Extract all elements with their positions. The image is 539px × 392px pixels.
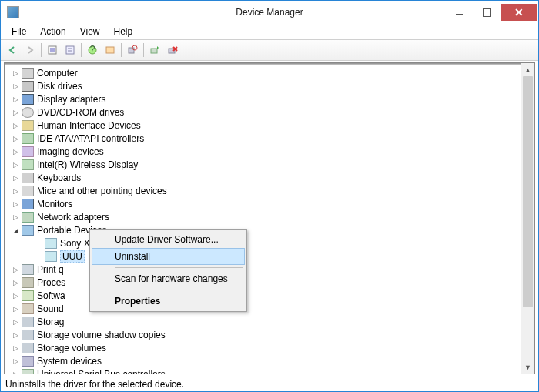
twisty-closed-icon[interactable]: ▷ [11, 121, 20, 130]
device-icon [22, 212, 34, 223]
tree-item[interactable]: ▷Universal Serial Bus controllers [5, 367, 534, 374]
twisty-closed-icon[interactable]: ▷ [11, 108, 20, 117]
tree-item[interactable]: ▷IDE ATA/ATAPI controllers [5, 132, 534, 145]
device-icon [22, 330, 34, 340]
twisty-closed-icon[interactable]: ▷ [11, 317, 20, 327]
tree-item[interactable]: ▷Display adapters [5, 92, 534, 106]
tree-item-label: IDE ATA/ATAPI controllers [37, 133, 144, 144]
context-menu-item[interactable]: Uninstall [92, 248, 245, 265]
twisty-closed-icon[interactable]: ▷ [11, 199, 20, 209]
uninstall-button[interactable] [164, 42, 181, 59]
titlebar[interactable]: Device Manager [1, 1, 538, 24]
tree-item[interactable]: ▷Network adapters [5, 210, 534, 223]
menu-help[interactable]: Help [108, 25, 139, 39]
update-driver-button[interactable] [146, 42, 163, 59]
twisty-closed-icon[interactable]: ▷ [11, 278, 20, 287]
tree-item[interactable]: ▷System devices [5, 354, 534, 367]
tree-item-label: Universal Serial Bus controllers [37, 369, 166, 375]
context-menu-item[interactable]: Update Driver Software... [92, 231, 245, 248]
scroll-thumb[interactable] [523, 76, 533, 307]
twisty-closed-icon[interactable]: ▷ [11, 160, 20, 169]
tree-item[interactable]: ▷Storage volume shadow copies [5, 328, 534, 341]
device-icon [22, 81, 34, 92]
tree-item-label: Human Interface Devices [37, 120, 141, 131]
scroll-up-arrow[interactable]: ▲ [521, 63, 534, 76]
twisty-open-icon[interactable]: ◢ [11, 226, 20, 235]
tree-item-label: Storage volume shadow copies [37, 330, 166, 340]
back-button[interactable] [4, 42, 21, 59]
menu-file[interactable]: File [5, 25, 32, 39]
twisty-closed-icon[interactable]: ▷ [11, 304, 20, 313]
tree-item[interactable]: ▷Human Interface Devices [5, 119, 534, 132]
twisty-closed-icon[interactable]: ▷ [11, 357, 20, 366]
tree-item[interactable]: ▷Softwa [5, 289, 534, 302]
tree-item[interactable]: ▷Sound [5, 302, 534, 315]
tree-item[interactable]: ▷DVD/CD-ROM drives [5, 106, 534, 119]
tree-item[interactable]: ▷Disk drives [5, 79, 534, 92]
context-menu: Update Driver Software...UninstallScan f… [89, 229, 247, 312]
tree-item[interactable]: ▷Storag [5, 315, 534, 328]
scan-button[interactable] [124, 42, 141, 59]
device-icon [22, 68, 34, 79]
tree-item[interactable]: ▷Keyboards [5, 171, 534, 184]
tree-panel: ▷Computer▷Disk drives▷Display adapters▷D… [4, 62, 535, 374]
context-menu-item[interactable]: Properties [92, 293, 245, 310]
maximize-button[interactable] [473, 4, 500, 21]
device-tree[interactable]: ▷Computer▷Disk drives▷Display adapters▷D… [5, 65, 534, 374]
scroll-down-arrow[interactable]: ▼ [521, 360, 534, 374]
twisty-closed-icon[interactable]: ▷ [11, 134, 20, 143]
app-icon [7, 6, 19, 18]
close-button[interactable] [500, 4, 537, 21]
twisty-closed-icon[interactable]: ▷ [11, 69, 20, 78]
toolbar-separator [41, 43, 42, 57]
tree-item[interactable]: ▷Imaging devices [5, 145, 534, 158]
context-menu-separator [115, 290, 243, 290]
tree-item-label: Computer [37, 68, 78, 79]
svg-rect-10 [151, 49, 157, 53]
tree-item[interactable]: ▷Mice and other pointing devices [5, 184, 534, 197]
twisty-closed-icon[interactable]: ▷ [11, 330, 20, 340]
menu-view[interactable]: View [74, 25, 106, 39]
twisty-closed-icon[interactable]: ▷ [11, 265, 20, 274]
tree-item[interactable]: ◢Portable Devices [5, 223, 534, 236]
tree-item[interactable]: ▷Intel(R) Wireless Display [5, 158, 534, 171]
vertical-scrollbar[interactable]: ▲ ▼ [521, 63, 534, 374]
twisty-closed-icon[interactable]: ▷ [11, 147, 20, 156]
tree-item-label: Storage volumes [37, 343, 106, 353]
twisty-closed-icon[interactable]: ▷ [11, 213, 20, 222]
device-icon [22, 94, 34, 105]
statusbar-text: Uninstalls the driver for the selected d… [5, 379, 184, 390]
twisty-closed-icon[interactable]: ▷ [11, 82, 20, 91]
tree-item[interactable]: ▷Storage volumes [5, 341, 534, 354]
action-button[interactable] [102, 42, 119, 59]
menu-action[interactable]: Action [34, 25, 72, 39]
minimize-button[interactable] [445, 4, 473, 21]
svg-rect-7 [106, 47, 114, 53]
toolbar-separator [143, 43, 144, 57]
twisty-closed-icon[interactable]: ▷ [11, 343, 20, 353]
forward-button[interactable] [22, 42, 38, 59]
properties-button[interactable] [62, 42, 79, 59]
tree-item-label: Monitors [37, 199, 72, 209]
svg-rect-2 [66, 46, 74, 54]
tree-item[interactable]: ▷Proces [5, 276, 534, 289]
device-icon [22, 186, 34, 196]
tree-item-label: Print q [37, 264, 64, 275]
device-icon [22, 303, 34, 314]
tree-item[interactable]: ▷Monitors [5, 197, 534, 210]
device-icon [22, 120, 34, 131]
twisty-closed-icon[interactable]: ▷ [11, 186, 20, 196]
tree-item[interactable]: UUU [5, 250, 534, 263]
show-hidden-button[interactable] [44, 42, 61, 59]
twisty-closed-icon[interactable]: ▷ [11, 370, 20, 375]
help-button[interactable]: ? [84, 42, 101, 59]
tree-item[interactable]: Sony Xperia J [5, 236, 534, 250]
twisty-closed-icon[interactable]: ▷ [11, 291, 20, 300]
context-menu-item[interactable]: Scan for hardware changes [92, 270, 245, 287]
twisty-closed-icon[interactable]: ▷ [11, 95, 20, 104]
toolbar-separator [121, 43, 122, 57]
tree-item[interactable]: ▷Print q [5, 263, 534, 276]
device-icon [22, 225, 34, 236]
tree-item[interactable]: ▷Computer [5, 66, 534, 79]
twisty-closed-icon[interactable]: ▷ [11, 173, 20, 183]
